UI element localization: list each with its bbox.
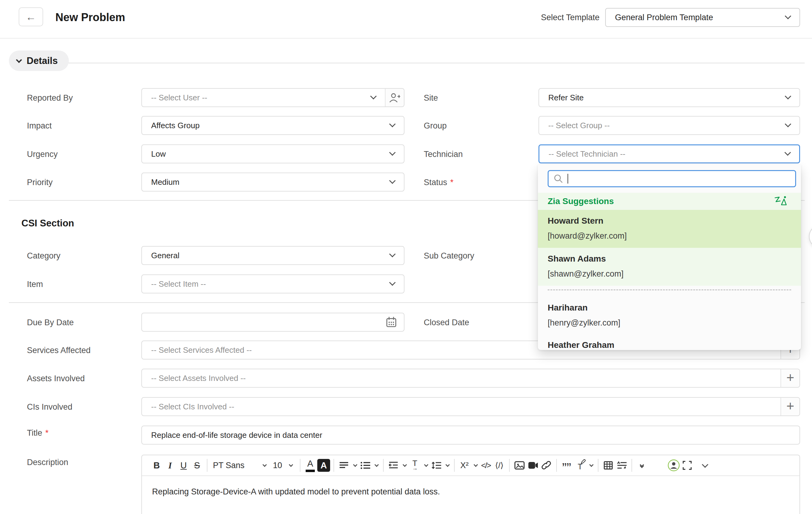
required-marker: * <box>45 428 49 437</box>
assistant-avatar-icon <box>667 459 680 472</box>
chevron-down-icon <box>370 93 377 99</box>
group-select[interactable]: -- Select Group -- <box>539 116 800 135</box>
blockquote-button[interactable]: ”” <box>560 457 573 473</box>
category-select[interactable]: General <box>141 246 404 265</box>
technician-option[interactable]: Heather Graham <box>538 334 801 350</box>
back-button[interactable]: ← <box>19 7 43 26</box>
superscript-button[interactable]: X² <box>458 457 471 473</box>
csi-section-heading: CSI Section <box>22 218 74 229</box>
image-icon <box>514 461 525 469</box>
assistant-avatar-button[interactable] <box>667 457 680 473</box>
insert-table-button[interactable] <box>602 457 615 473</box>
site-select[interactable]: Refer Site <box>539 88 800 107</box>
toolbar-divider <box>300 459 300 472</box>
assets-involved-label: Assets Involved <box>27 374 85 383</box>
insert-image-button[interactable] <box>513 457 526 473</box>
title-input[interactable]: Replace end-of-life storage device in da… <box>141 426 800 445</box>
toolbar-divider <box>556 459 557 472</box>
align-button[interactable] <box>337 457 351 473</box>
align-icon <box>339 461 349 469</box>
plus-icon: + <box>786 399 794 413</box>
italic-button[interactable]: I <box>164 457 177 473</box>
reported-by-select[interactable]: -- Select User -- <box>141 88 404 107</box>
text-lines-button[interactable] <box>615 457 629 473</box>
technician-option[interactable]: Shawn Adams [shawn@zylker.com] <box>538 248 801 286</box>
zia-icon <box>774 195 787 208</box>
template-dropdown[interactable]: General Problem Template <box>605 8 800 27</box>
chevron-down-icon <box>701 461 708 467</box>
toolbar-divider <box>383 459 384 472</box>
technician-option[interactable]: Howard Stern [howard@zylker.com] <box>538 210 801 248</box>
title-label: Title* <box>27 428 49 438</box>
cis-involved-select[interactable]: -- Select CIs Involved -- + <box>141 397 800 416</box>
technician-search-input[interactable] <box>548 170 796 187</box>
strikethrough-button[interactable]: S <box>190 457 204 473</box>
chevron-down-icon <box>353 463 357 467</box>
reported-by-placeholder: -- Select User -- <box>151 93 207 103</box>
chevron-down-icon <box>784 149 791 156</box>
code-view-button[interactable]: </> <box>479 457 493 473</box>
details-section-toggle[interactable]: Details <box>9 51 69 71</box>
item-label: Item <box>27 280 43 289</box>
add-asset-button[interactable]: + <box>781 369 800 387</box>
urgency-value: Low <box>151 149 166 159</box>
highlight-color-button[interactable]: A <box>317 457 330 473</box>
description-label: Description <box>27 458 68 467</box>
bold-button[interactable]: B <box>150 457 164 473</box>
editor-toolbar: B I U S PT Sans 10 A A <box>142 455 800 476</box>
priority-label: Priority <box>27 178 53 187</box>
fullscreen-button[interactable] <box>680 457 694 473</box>
technician-select[interactable]: -- Select Technician -- <box>539 144 800 163</box>
impact-value: Affects Group <box>151 121 200 130</box>
collapse-toolbar-button[interactable] <box>698 457 712 473</box>
toolbar-divider <box>598 459 599 472</box>
line-spacing-button[interactable] <box>430 457 443 473</box>
urgency-label: Urgency <box>27 150 58 159</box>
more-tools-button[interactable] <box>635 457 648 473</box>
impact-select[interactable]: Affects Group <box>141 116 404 135</box>
required-marker: * <box>451 178 454 187</box>
calendar-icon[interactable] <box>385 316 397 328</box>
chevron-down-icon <box>289 463 293 467</box>
insert-link-button[interactable] <box>540 457 553 473</box>
zia-suggestions-label: Zia Suggestions <box>548 196 614 206</box>
bullet-list-button[interactable] <box>358 457 372 473</box>
chevron-down-icon <box>389 177 396 184</box>
add-user-button[interactable] <box>385 89 404 107</box>
item-select[interactable]: -- Select Item -- <box>141 275 404 293</box>
embed-code-button[interactable]: ⟨/⟩ <box>493 457 506 473</box>
urgency-select[interactable]: Low <box>141 144 404 163</box>
chevron-down-icon <box>375 463 379 467</box>
technician-option[interactable]: Hariharan [henry@zylker.com] <box>538 297 801 335</box>
toolbar-divider <box>334 459 334 472</box>
font-color-button[interactable]: A <box>303 457 317 473</box>
technician-option-name: Howard Stern <box>548 216 791 226</box>
technician-option-email: [shawn@zylker.com] <box>548 269 791 279</box>
edge-floating-button[interactable] <box>809 225 812 249</box>
font-size-dropdown[interactable]: 10 <box>270 457 297 473</box>
text-direction-button[interactable]: T → <box>408 457 422 473</box>
priority-select[interactable]: Medium <box>141 173 404 192</box>
sub-category-label: Sub Category <box>424 251 474 261</box>
services-affected-label: Services Affected <box>27 346 91 355</box>
assets-involved-select[interactable]: -- Select Assets Involved -- + <box>141 369 800 388</box>
indent-button[interactable] <box>387 457 400 473</box>
text-cursor <box>568 174 568 183</box>
video-icon <box>528 461 538 469</box>
technician-option-email: [howard@zylker.com] <box>548 231 791 241</box>
description-text[interactable]: Replacing Storage-Device-A with updated … <box>142 476 800 496</box>
chevron-down-icon <box>262 463 267 467</box>
font-family-dropdown[interactable]: PT Sans <box>210 457 270 473</box>
due-by-date-input[interactable] <box>141 313 404 332</box>
chevron-down-icon <box>785 13 791 19</box>
chevron-down-icon <box>403 463 407 467</box>
person-add-icon <box>389 92 400 103</box>
insert-video-button[interactable] <box>526 457 540 473</box>
chevron-down-icon <box>474 463 478 467</box>
chevron-down-icon <box>389 121 396 127</box>
link-icon <box>542 461 551 470</box>
add-ci-button[interactable]: + <box>781 398 800 416</box>
underline-button[interactable]: U <box>177 457 190 473</box>
annotate-text-button[interactable]: T <box>573 457 587 473</box>
suggestions-divider <box>548 289 791 290</box>
